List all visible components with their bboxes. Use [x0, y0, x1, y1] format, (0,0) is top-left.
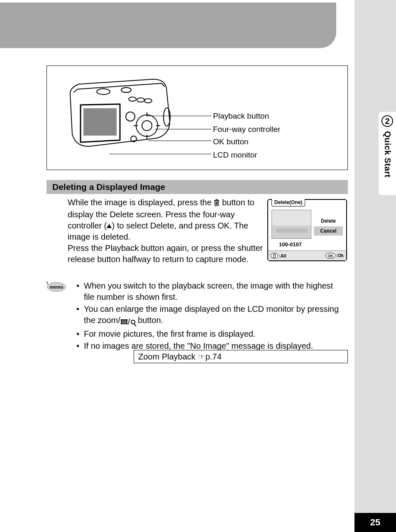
footer-right: OK:Ok — [325, 253, 344, 259]
memo-item-text: button. — [135, 316, 163, 325]
diagram-label-fourway: Four-way controller — [213, 125, 281, 134]
manual-page: 2 Quick Start 25 — [0, 0, 396, 532]
memo-item: For movie pictures, the first frame is d… — [76, 328, 345, 340]
svg-rect-0 — [83, 108, 117, 136]
reference-text: Zoom Playback — [138, 352, 196, 362]
svg-text:memo: memo — [50, 284, 64, 289]
diagram-label-playback: Playback button — [213, 112, 269, 121]
svg-point-4 — [97, 89, 110, 95]
svg-point-5 — [121, 87, 131, 92]
diagram-label-ok: OK button — [213, 137, 249, 146]
page-number: 25 — [354, 513, 396, 532]
side-column: 2 Quick Start 25 — [354, 0, 396, 532]
reference-page: p.74 — [205, 352, 222, 362]
pointer-icon: ☞ — [198, 352, 205, 361]
section-heading: Deleting a Displayed Image — [46, 180, 348, 194]
reference-box: Zoom Playback ☞ p.74 — [134, 350, 348, 363]
up-triangle-icon — [107, 224, 112, 228]
trash-icon — [214, 198, 220, 209]
delete-screen-fileno: 100-0107 — [279, 241, 302, 248]
memo-item: You can enlarge the image displayed on t… — [76, 304, 345, 328]
memo-list: When you switch to the playback screen, … — [76, 280, 345, 352]
lead-line — [109, 154, 211, 154]
delete-option-delete: Delete — [314, 216, 343, 226]
trash-pill-icon — [271, 253, 278, 258]
lead-line — [147, 116, 211, 116]
lead-line — [155, 129, 211, 129]
svg-point-7 — [137, 98, 144, 102]
diagram-label-lcd: LCD monitor — [213, 151, 257, 160]
para-text: While the image is displayed, press the — [68, 198, 214, 207]
delete-screen-title: Delete(One) — [271, 199, 305, 206]
top-header-block — [0, 2, 336, 48]
delete-screen-thumbnail — [271, 210, 311, 239]
svg-point-1 — [136, 115, 158, 136]
svg-point-8 — [144, 99, 152, 103]
chapter-tab: 2 Quick Start — [379, 112, 396, 195]
body-paragraph: While the image is displayed, press the … — [68, 197, 264, 265]
delete-option-cancel: Cancel — [314, 226, 343, 236]
footer-ok-label: Ok — [337, 253, 344, 258]
nine-grid-icon — [121, 319, 127, 324]
ok-pill-icon: OK — [325, 253, 335, 258]
delete-screen-footer: :All OK:Ok — [268, 250, 346, 260]
footer-all-label: All — [281, 253, 286, 258]
svg-rect-11 — [274, 255, 276, 257]
chapter-number-badge: 2 — [381, 115, 393, 127]
delete-screen-illustration: Delete(One) Delete Cancel 100-0107 :All … — [267, 199, 347, 261]
chapter-title: Quick Start — [383, 131, 392, 177]
zoom-grid-magnifier-icon: / — [120, 316, 136, 328]
footer-left: :All — [271, 253, 286, 258]
camera-diagram-box: Playback button Four-way controller OK b… — [46, 66, 348, 170]
memo-item: When you switch to the playback screen, … — [76, 280, 345, 303]
svg-point-6 — [129, 97, 136, 101]
para-text: Press the Playback button again, or pres… — [68, 243, 263, 264]
lead-line — [148, 141, 211, 141]
memo-icon: memo — [46, 281, 66, 293]
magnifier-icon — [131, 320, 135, 324]
svg-point-3 — [126, 112, 135, 121]
camera-illustration — [58, 72, 182, 155]
svg-point-2 — [142, 121, 152, 131]
